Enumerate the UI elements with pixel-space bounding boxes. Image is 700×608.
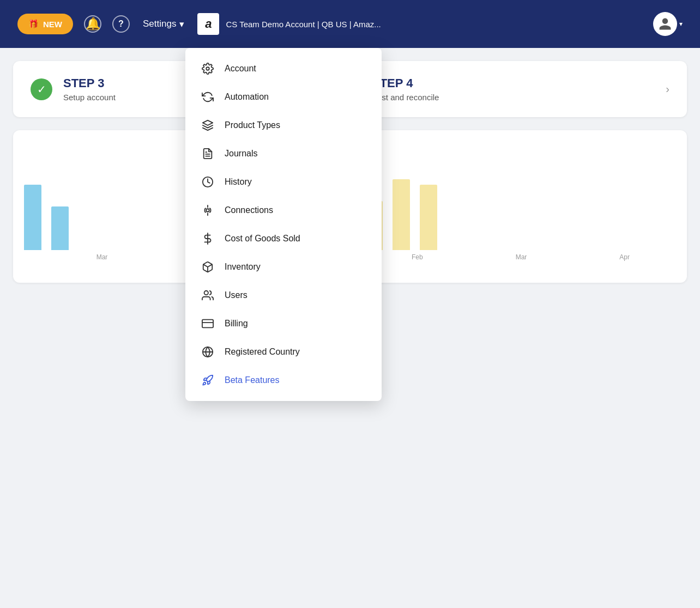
beta-features-label: Beta Features <box>225 375 280 385</box>
step4-subtitle: Post and reconcile <box>372 93 655 102</box>
right-chart: Feb Mar Apr <box>354 130 687 283</box>
menu-item-cogs[interactable]: Cost of Goods Sold <box>185 224 382 253</box>
bar-right-3 <box>420 185 437 250</box>
settings-chevron: ▾ <box>179 19 184 30</box>
menu-item-inventory[interactable]: Inventory <box>185 253 382 281</box>
beta-features-icon <box>201 373 215 387</box>
menu-item-journals[interactable]: Journals <box>185 139 382 168</box>
new-button-label: NEW <box>43 20 62 29</box>
menu-item-product-types[interactable]: Product Types <box>185 111 382 139</box>
history-icon <box>201 175 215 189</box>
right-chart-axis: Feb Mar Apr <box>365 253 676 261</box>
help-icon[interactable]: ? <box>112 15 130 33</box>
journals-icon <box>201 147 215 161</box>
product-types-label: Product Types <box>225 120 280 130</box>
inventory-icon <box>201 260 215 274</box>
bar-left-1 <box>24 185 41 250</box>
svg-point-10 <box>204 291 208 295</box>
automation-icon <box>201 90 215 104</box>
users-icon <box>201 288 215 302</box>
bar-right-2 <box>393 179 410 250</box>
billing-label: Billing <box>225 319 248 329</box>
new-button[interactable]: 🎁 NEW <box>17 14 73 34</box>
cogs-label: Cost of Goods Sold <box>225 234 300 244</box>
right-axis-mar: Mar <box>516 253 527 261</box>
step4-title: STEP 4 <box>372 76 655 90</box>
menu-item-billing[interactable]: Billing <box>185 309 382 338</box>
amazon-logo: a <box>197 13 219 35</box>
bar-left-2 <box>51 206 69 250</box>
user-icon <box>658 17 672 31</box>
step4-arrow: › <box>666 83 669 95</box>
registered-country-label: Registered Country <box>225 347 300 357</box>
avatar-chevron: ▾ <box>679 20 683 28</box>
settings-dropdown: Account Automation Product Types <box>185 48 382 401</box>
menu-item-beta-features[interactable]: Beta Features <box>185 366 382 394</box>
journals-label: Journals <box>225 149 257 159</box>
bell-icon[interactable]: 🔔 <box>84 15 101 33</box>
menu-item-connections[interactable]: Connections <box>185 196 382 224</box>
menu-item-registered-country[interactable]: Registered Country <box>185 338 382 366</box>
connections-icon <box>201 203 215 217</box>
svg-point-7 <box>206 209 209 212</box>
account-icon <box>201 62 215 76</box>
gift-icon: 🎁 <box>28 19 39 29</box>
step4-info: STEP 4 Post and reconcile <box>372 76 655 102</box>
svg-marker-1 <box>203 120 213 125</box>
menu-item-automation[interactable]: Automation <box>185 83 382 111</box>
account-label: Account <box>225 64 256 74</box>
step4-card[interactable]: STEP 4 Post and reconcile › <box>354 61 687 117</box>
account-name: CS Team Demo Account | QB US | Amaz... <box>226 20 381 29</box>
left-axis-mar: Mar <box>96 253 108 261</box>
right-axis-feb: Feb <box>412 253 423 261</box>
automation-label: Automation <box>225 92 269 102</box>
menu-item-account[interactable]: Account <box>185 54 382 83</box>
right-chart-bars <box>365 163 676 250</box>
svg-rect-11 <box>202 320 213 328</box>
right-axis-apr: Apr <box>619 253 630 261</box>
svg-point-0 <box>206 67 209 70</box>
users-label: Users <box>225 290 248 300</box>
header-icons: 🔔 ? <box>84 15 130 33</box>
product-types-icon <box>201 118 215 132</box>
menu-item-history[interactable]: History <box>185 168 382 196</box>
main-header: 🎁 NEW 🔔 ? Settings ▾ a CS Team Demo Acco… <box>0 0 700 48</box>
settings-button[interactable]: Settings ▾ <box>143 19 184 30</box>
billing-icon <box>201 317 215 331</box>
inventory-label: Inventory <box>225 262 261 272</box>
history-label: History <box>225 177 252 187</box>
step3-check-icon: ✓ <box>31 78 52 100</box>
connections-label: Connections <box>225 205 273 215</box>
cogs-icon <box>201 232 215 246</box>
menu-item-users[interactable]: Users <box>185 281 382 309</box>
registered-country-icon <box>201 345 215 359</box>
user-avatar[interactable] <box>653 12 677 36</box>
settings-label: Settings <box>143 19 176 29</box>
